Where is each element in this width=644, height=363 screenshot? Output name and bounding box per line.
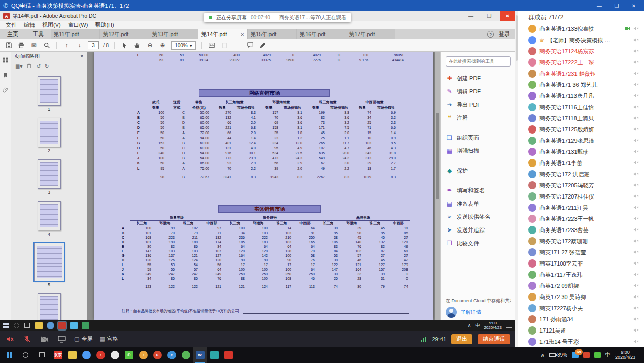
tool-item[interactable]: ✎ 编辑 PDF — [446, 85, 511, 98]
member-mic-muted-icon[interactable] — [633, 316, 639, 323]
member-list-item[interactable]: ♛ 商务英语17133倪嘉轶 — [515, 23, 644, 35]
members-scrollbar-thumb[interactable] — [516, 15, 518, 61]
member-list-item[interactable]: ♛ 商务英语17207桂佳仪 — [515, 191, 644, 202]
member-mic-muted-icon[interactable] — [633, 82, 639, 88]
help-icon[interactable]: ? — [487, 31, 494, 38]
chrome-icon[interactable] — [47, 322, 54, 329]
member-mic-muted-icon[interactable] — [633, 249, 639, 256]
member-list-item[interactable]: ♛ 商务英语17113唐月凡 — [515, 90, 644, 102]
menu-item[interactable]: 帮助(H) — [91, 21, 117, 29]
cortana-search-icon[interactable] — [18, 347, 32, 363]
file-explorer-appicon[interactable] — [65, 347, 79, 363]
member-mic-muted-icon[interactable] — [633, 339, 639, 345]
page-thumbnail-image[interactable] — [38, 293, 61, 320]
member-mic-muted-icon[interactable] — [633, 48, 639, 55]
tray-icon-green[interactable] — [594, 352, 601, 358]
tool-item[interactable]: ◆ 保护 — [446, 164, 511, 177]
app-icon-red[interactable] — [221, 347, 235, 363]
youdao-appicon[interactable] — [179, 347, 193, 363]
wechat-appicon[interactable]: ✆ — [122, 347, 136, 363]
pdf-scrollbar[interactable] — [435, 52, 440, 320]
qq-music-appicon[interactable]: ♪ — [136, 347, 150, 363]
member-mic-muted-icon[interactable] — [633, 305, 639, 312]
thumbnail-options-icon[interactable]: ▦▾ — [15, 63, 22, 69]
minimize-button[interactable]: — — [592, 3, 606, 9]
mail-icon[interactable]: ✉ — [29, 41, 38, 50]
app-icon-teal[interactable] — [207, 347, 221, 363]
page-thumbnail[interactable]: 5 — [34, 243, 64, 287]
member-list-item[interactable]: ♛ 商务英语17124杨宸苏 — [515, 46, 644, 57]
member-mic-muted-icon[interactable] — [633, 171, 639, 178]
member-mic-muted-icon[interactable] — [633, 294, 639, 301]
tool-item[interactable]: ➢ 发送以供签名 — [446, 210, 511, 223]
qq-tray-icon[interactable]: 69 — [572, 352, 579, 358]
task-view-icon[interactable] — [24, 323, 30, 328]
learn-more-link[interactable]: 了解详情 — [461, 309, 481, 316]
member-list-item[interactable]: ♛ 商务英语17116王佳怡 — [515, 102, 644, 113]
jd-appicon[interactable]: 京东 — [51, 347, 65, 363]
tool-item[interactable]: ✚ 创建 PDF — [446, 72, 511, 85]
page-thumbnail-image[interactable] — [38, 159, 61, 189]
tool-item[interactable]: ➤ 发送并追踪 — [446, 223, 511, 237]
select-tool-icon[interactable] — [120, 41, 129, 50]
fit-width-icon[interactable] — [208, 41, 216, 50]
fullscreen-button[interactable]: ▢ 全屏 — [74, 335, 92, 343]
netease-music-appicon[interactable]: ♪ — [93, 347, 108, 363]
next-page-icon[interactable]: ↓ — [75, 41, 84, 50]
member-list-item[interactable]: ♛ 商务英语17125殷婧妍 — [515, 124, 644, 135]
rotate-right-icon[interactable]: ↻ — [45, 63, 49, 69]
member-list-item[interactable]: ♛ 商务英语17222王一琛 — [515, 57, 644, 68]
acrobat-restore-button[interactable]: ❐ — [482, 11, 497, 21]
bookmarks-panel-icon[interactable] — [2, 71, 10, 79]
member-list-item[interactable]: ♛ 17121吴超 — [515, 325, 644, 336]
grid-view-button[interactable]: ▦ 宫格 — [99, 335, 118, 343]
member-mic-muted-icon[interactable] — [633, 138, 639, 144]
tray-caret-icon[interactable]: ∧ — [468, 323, 471, 328]
comment-icon[interactable] — [246, 41, 255, 50]
save-icon[interactable] — [4, 41, 13, 50]
mic-muted-icon[interactable] — [22, 335, 32, 344]
sign-in-link[interactable]: 登录 — [499, 30, 510, 38]
member-mic-muted-icon[interactable] — [633, 283, 639, 289]
screen-share-status-bar[interactable]: 正在分享屏幕 00:07:40 商务英语17…等70人正在观看 — [204, 13, 351, 22]
page-thumbnail[interactable]: 3 — [38, 159, 61, 195]
document-tab[interactable]: 第11年.pdf ✕ — [51, 29, 100, 39]
page-thumbnail-image[interactable] — [38, 201, 61, 230]
member-mic-muted-icon[interactable] — [633, 126, 639, 133]
chrome-appicon[interactable] — [79, 347, 93, 363]
page-thumbnail[interactable]: 4 — [38, 201, 61, 237]
exit-button[interactable]: 退出 — [451, 334, 472, 344]
tool-item[interactable]: ❝ 注释 — [446, 111, 511, 124]
page-thumbnail[interactable]: 6 — [38, 293, 61, 320]
ime-indicator[interactable]: 中 — [605, 351, 611, 358]
print-icon[interactable] — [17, 41, 25, 50]
acrobat-icon[interactable] — [58, 322, 66, 329]
menu-item[interactable]: 文件 — [2, 21, 20, 29]
battery-indicator[interactable]: 89% — [549, 352, 567, 358]
page-thumbnail[interactable]: 1 — [38, 76, 61, 112]
document-tab[interactable]: 第15年.pdf ✕ — [248, 29, 297, 39]
member-list-item[interactable]: ♛ 商务英语17211江昊 — [515, 202, 644, 213]
hand-tool-icon[interactable] — [133, 41, 142, 50]
member-list-item[interactable]: ♛ 商务英语171李蕾 — [515, 157, 644, 169]
search-icon[interactable] — [42, 41, 51, 50]
page-thumbnails-panel-icon[interactable] — [2, 56, 10, 64]
clock[interactable]: 9:00 2020/4/23 — [484, 321, 502, 330]
highlight-pen-icon[interactable] — [259, 41, 267, 50]
document-tab[interactable]: 第17年.pdf ✕ — [346, 29, 395, 39]
qq-icon[interactable] — [70, 322, 78, 329]
menu-item[interactable]: 编辑 — [20, 21, 39, 29]
member-mic-muted-icon[interactable] — [633, 71, 639, 77]
member-list-item[interactable]: ♛ 商务英语17205冯晓芳 — [515, 180, 644, 191]
rotate-left-icon[interactable]: ↺ — [36, 63, 40, 69]
tool-item[interactable]: ✒ 填写和签名 — [446, 184, 511, 197]
pdf-viewport[interactable]: L685950.0040040290402900.096051638939.24… — [87, 52, 440, 320]
ime-indicator[interactable]: 中 — [475, 322, 480, 329]
word-appicon[interactable]: W — [193, 347, 207, 363]
excel-icon[interactable] — [82, 322, 89, 329]
member-mic-muted-icon[interactable] — [633, 149, 639, 155]
cortana-search-icon[interactable] — [14, 323, 19, 328]
document-tab[interactable]: 第12年.pdf ✕ — [100, 29, 149, 39]
close-button[interactable]: ✕ — [627, 3, 641, 9]
tab-close-icon[interactable]: ✕ — [240, 32, 244, 37]
